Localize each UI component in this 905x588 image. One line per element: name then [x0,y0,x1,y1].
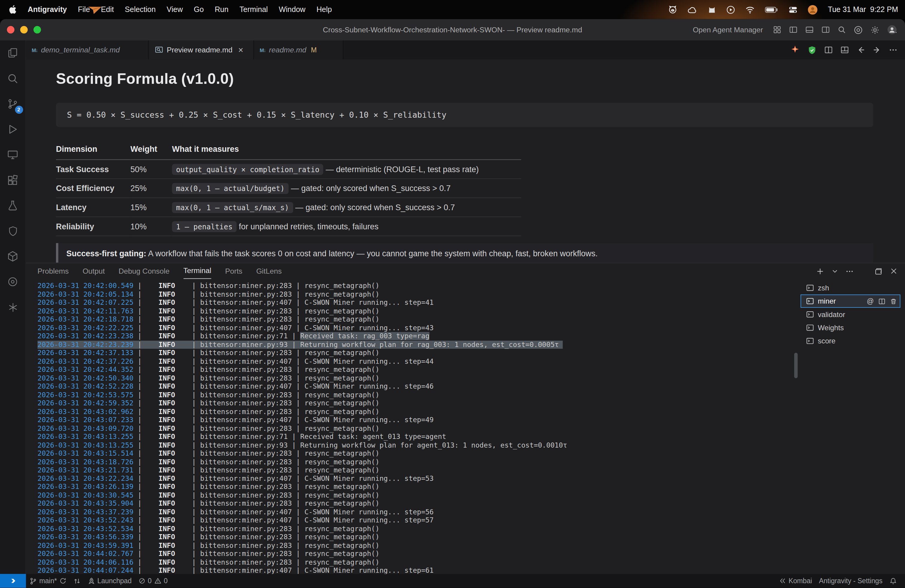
search-icon[interactable] [837,25,846,34]
menu-go[interactable]: Go [194,5,203,14]
tab-ports[interactable]: Ports [225,264,243,278]
terminal-session-weights[interactable]: Weights [800,321,900,334]
battery-icon[interactable] [765,6,779,13]
menu-selection[interactable]: Selection [125,5,156,14]
more-actions-icon[interactable] [889,46,897,54]
terminal-line: 2026-03-31 20:44:06.116 | INFO | bittens… [37,558,800,566]
ai-spark-icon[interactable] [790,45,800,55]
more-actions-icon[interactable] [845,267,854,275]
minimize-window-button[interactable] [20,26,27,33]
tab-preview-readme[interactable]: Preview readme.md × [149,40,254,60]
inline-code: 1 — penalties [172,221,237,232]
menu-help[interactable]: Help [316,5,332,14]
terminal-session-validator[interactable]: validator [800,308,900,321]
terminal-session-zsh[interactable]: zsh [800,281,900,294]
panel-maximize-icon[interactable] [875,267,883,275]
terminal-line: 2026-03-31 20:43:52.243 | INFO | bittens… [37,516,800,524]
control-center-icon[interactable] [789,5,798,14]
apple-icon[interactable] [8,5,17,14]
scrollbar-thumb[interactable] [794,353,798,378]
cat-icon[interactable] [708,5,716,14]
new-terminal-icon[interactable] [816,267,824,275]
settings-item[interactable]: Antigravity - Settings [816,574,886,588]
shield-check-icon[interactable] [807,45,817,54]
shield-icon[interactable] [0,218,26,244]
open-agent-manager-button[interactable]: Open Agent Manager [693,25,763,34]
layout-icon[interactable] [840,46,849,54]
play-icon[interactable] [726,5,736,14]
panel-right-icon[interactable] [821,25,830,34]
sync-changes-item[interactable] [70,574,84,588]
terminal-line: 2026-03-31 20:44:07.244 | INFO | bittens… [37,566,800,574]
session-label: score [818,337,835,345]
menu-run[interactable]: Run [215,5,229,14]
terminal-line: 2026-03-31 20:42:53.575 | INFO | bittens… [37,391,800,399]
weight-cell: 50% [130,160,172,179]
pig-icon[interactable] [668,5,678,14]
close-icon[interactable] [890,267,897,275]
terminal-output[interactable]: 2026-03-31 20:42:00.549 | INFO | bittens… [26,279,800,574]
menu-edit[interactable]: Edit [101,5,114,14]
browser-icon[interactable] [854,25,863,35]
panel-bottom-icon[interactable] [805,25,814,34]
git-branch-item[interactable]: main* [26,574,70,588]
settings-label: Antigravity - Settings [819,577,883,585]
menu-window[interactable]: Window [279,5,306,14]
tab-output[interactable]: Output [83,264,105,278]
tab-problems[interactable]: Problems [37,264,68,278]
trash-icon[interactable] [890,297,897,305]
terminal-line: 2026-03-31 20:43:13.255 | INFO | bittens… [37,432,800,441]
arrow-left-icon[interactable] [856,46,865,54]
grid-icon[interactable] [773,25,781,34]
explorer-icon[interactable] [0,40,26,66]
kombai-label: Kombai [789,577,812,585]
launchpad-item[interactable]: Launchpad [84,574,135,588]
close-icon[interactable]: × [238,45,243,55]
cloud-icon[interactable] [688,5,698,13]
gear-icon[interactable] [870,25,880,35]
menu-view[interactable]: View [167,5,183,14]
panel-left-icon[interactable] [789,25,797,34]
at-icon[interactable]: @ [867,297,874,305]
weight-cell: 10% [130,217,172,236]
search-icon[interactable] [0,66,26,91]
terminal-line: 2026-03-31 20:42:37.226 | INFO | bittens… [37,357,800,366]
tab-demo-terminal-task[interactable]: M↓ demo_terminal_task.md [26,40,149,60]
maximize-window-button[interactable] [33,26,41,33]
problems-item[interactable]: 0 0 [135,574,171,588]
spark-icon[interactable] [0,295,26,320]
gitlens-icon[interactable] [0,269,26,295]
extensions-icon[interactable] [0,167,26,193]
terminal-session-miner[interactable]: miner @ [800,295,900,308]
sync-icon[interactable] [59,577,66,585]
chevron-down-icon[interactable] [832,268,838,274]
terminal-session-score[interactable]: score [800,334,900,348]
menubar-app-name[interactable]: Antigravity [28,5,67,14]
wifi-icon[interactable] [745,5,755,13]
package-icon[interactable] [0,244,26,269]
measure-cell: 1 — penalties for unplanned retries, tim… [172,217,521,236]
remote-indicator[interactable] [0,574,26,588]
menu-file[interactable]: File [78,5,90,14]
scoring-table: Dimension Weight What it measures Task S… [56,141,521,236]
tab-debug-console[interactable]: Debug Console [119,264,169,278]
run-debug-icon[interactable] [0,117,26,142]
menubar-clock[interactable]: Tue 31 Mar 9:22 PM [828,5,898,14]
split-terminal-icon[interactable] [878,297,885,305]
tab-readme[interactable]: M↓ readme.md M [254,40,344,60]
measure-cell: output_quality × completion_ratio — dete… [172,160,521,179]
notifications-item[interactable] [886,574,900,588]
close-window-button[interactable] [7,26,14,33]
menu-terminal[interactable]: Terminal [240,5,268,14]
remote-explorer-icon[interactable] [0,142,26,167]
testing-icon[interactable] [0,193,26,218]
tab-gitlens[interactable]: GitLens [256,264,282,278]
user-avatar[interactable] [808,4,818,15]
source-control-icon[interactable]: 2 [0,91,26,117]
split-editor-icon[interactable] [824,46,833,54]
terminal-line: 2026-03-31 20:42:22.225 | INFO | bittens… [37,324,800,332]
arrow-right-icon[interactable] [873,46,881,54]
account-avatar[interactable] [887,25,898,35]
tab-terminal[interactable]: Terminal [183,263,211,279]
kombai-item[interactable]: Kombai [776,574,816,588]
